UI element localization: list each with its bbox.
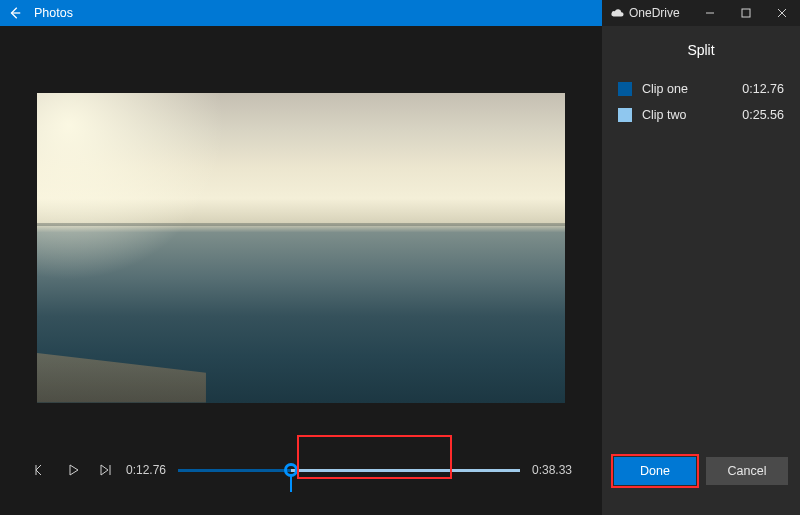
split-handle[interactable] — [284, 463, 298, 477]
decorative-horizon — [37, 223, 565, 226]
play-button[interactable] — [62, 459, 84, 481]
close-icon — [777, 8, 787, 18]
system-title-bar: OneDrive — [602, 0, 800, 26]
seek-segment-clip-two — [291, 469, 520, 472]
step-back-button[interactable] — [30, 459, 52, 481]
playback-controls: 0:12.76 0:38.33 — [0, 455, 602, 515]
cloud-icon — [610, 8, 624, 18]
decorative-flare — [37, 93, 237, 293]
cloud-label: OneDrive — [629, 6, 680, 20]
minimize-button[interactable] — [692, 0, 728, 26]
panel-heading: Split — [602, 26, 800, 76]
maximize-button[interactable] — [728, 0, 764, 26]
seek-segment-clip-one — [178, 469, 291, 472]
clip-one-duration: 0:12.76 — [742, 82, 784, 96]
svg-rect-0 — [742, 9, 750, 17]
decorative-beach — [37, 353, 206, 403]
total-time: 0:38.33 — [530, 463, 572, 477]
clip-two-swatch — [618, 108, 632, 122]
minimize-icon — [705, 8, 715, 18]
cancel-button[interactable]: Cancel — [706, 457, 788, 485]
editor-pane: Photos 0:12.76 — [0, 0, 602, 515]
side-panel: OneDrive Split Clip one 0:12.76 Clip two… — [602, 0, 800, 515]
split-handle-stem — [290, 476, 292, 492]
cloud-status[interactable]: OneDrive — [602, 6, 692, 20]
done-button[interactable]: Done — [614, 457, 696, 485]
done-label: Done — [640, 464, 670, 478]
current-time: 0:12.76 — [126, 463, 168, 477]
seek-bar[interactable] — [178, 448, 520, 492]
clip-row-one[interactable]: Clip one 0:12.76 — [602, 76, 800, 102]
step-forward-button[interactable] — [94, 459, 116, 481]
clip-two-duration: 0:25.56 — [742, 108, 784, 122]
maximize-icon — [741, 8, 751, 18]
video-preview[interactable] — [37, 93, 565, 403]
cancel-label: Cancel — [728, 464, 767, 478]
app-root: Photos 0:12.76 — [0, 0, 800, 515]
clip-one-swatch — [618, 82, 632, 96]
clip-row-two[interactable]: Clip two 0:25.56 — [602, 102, 800, 128]
back-button[interactable] — [4, 2, 26, 24]
clip-one-name: Clip one — [642, 82, 732, 96]
seek-track — [178, 469, 520, 472]
close-button[interactable] — [764, 0, 800, 26]
app-title: Photos — [34, 6, 73, 20]
video-area — [0, 26, 602, 455]
clip-two-name: Clip two — [642, 108, 732, 122]
title-bar: Photos — [0, 0, 602, 26]
action-row: Done Cancel — [602, 443, 800, 515]
